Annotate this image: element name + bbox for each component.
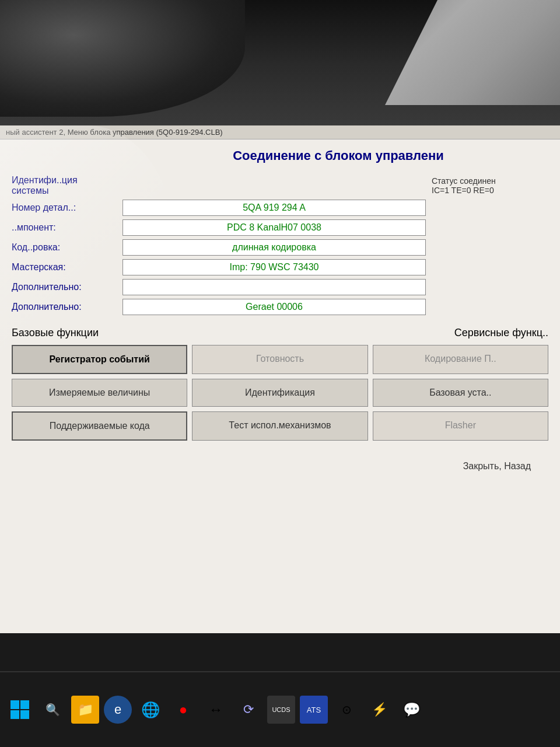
value-extra2: Geraet 00006 bbox=[123, 299, 426, 315]
spacer-comp bbox=[432, 219, 548, 236]
taskbar-net-icon[interactable]: ⊙ bbox=[332, 696, 360, 724]
taskbar-vpn-icon[interactable]: ↔ bbox=[202, 696, 230, 724]
basic-functions-title: Базовые функции bbox=[12, 327, 99, 339]
value-part-number: 5QA 919 294 A bbox=[123, 200, 426, 216]
spacer-ws bbox=[432, 259, 548, 275]
taskbar-chrome-icon[interactable]: 🌐 bbox=[136, 696, 164, 724]
taskbar-opera-icon[interactable]: ● bbox=[169, 696, 197, 724]
status-label: Статус соединен bbox=[432, 176, 548, 186]
label-part-number: Номер детал..: bbox=[12, 203, 117, 213]
taskbar-file-icon[interactable]: 📁 bbox=[71, 696, 99, 724]
service-functions-title: Сервисные функц.. bbox=[454, 327, 548, 339]
taskbar-ie-icon[interactable]: e bbox=[104, 696, 132, 724]
spacer-code bbox=[432, 239, 548, 256]
screen-content: Соединение с блоком управлени Идентифи..… bbox=[0, 139, 560, 631]
btn-readiness[interactable]: Готовность bbox=[192, 345, 368, 374]
btn-coding[interactable]: Кодирование П.. bbox=[373, 345, 548, 374]
main-heading: Соединение с блоком управлени bbox=[12, 148, 548, 163]
bottom-row: Закрыть, Назад bbox=[12, 458, 548, 474]
btn-actuator-test[interactable]: Тест испол.механизмов bbox=[192, 411, 368, 441]
spacer-ex2 bbox=[432, 299, 548, 315]
taskbar-search-icon[interactable]: 🔍 bbox=[38, 696, 66, 724]
btn-basic-setup[interactable]: Базовая уста.. bbox=[373, 379, 548, 407]
status-value: IC=1 TE=0 RE=0 bbox=[432, 186, 548, 195]
value-extra1 bbox=[123, 279, 426, 295]
status-title: Статус соединен IC=1 TE=0 RE=0 bbox=[432, 175, 548, 195]
functions-section: Базовые функции Сервисные функц.. Регист… bbox=[12, 327, 548, 441]
window-title: ный ассистент 2, Меню блока управления (… bbox=[6, 128, 223, 137]
car-interior-background bbox=[0, 0, 560, 128]
screen-container: ный ассистент 2, Меню блока управления (… bbox=[0, 125, 560, 633]
info-grid: Идентифи..ция системы Статус соединен IC… bbox=[12, 175, 548, 315]
label-extra1: Дополнительно: bbox=[12, 282, 117, 292]
value-component: PDC 8 KanalH07 0038 bbox=[123, 219, 426, 236]
window-title-bar: ный ассистент 2, Меню блока управления (… bbox=[0, 125, 560, 139]
taskbar-tool1-icon[interactable]: ⟳ bbox=[235, 696, 262, 724]
taskbar-ats-icon[interactable]: ATS bbox=[300, 696, 328, 724]
buttons-row1: Регистратор событий Готовность Кодирован… bbox=[12, 345, 548, 374]
label-coding: Код..ровка: bbox=[12, 242, 117, 253]
taskbar-windows-icon[interactable] bbox=[6, 696, 34, 724]
buttons-row2: Измеряемые величины Идентификация Базова… bbox=[12, 379, 548, 407]
close-back-button[interactable]: Закрыть, Назад bbox=[457, 458, 537, 474]
steering-wheel bbox=[0, 0, 245, 117]
btn-identification[interactable]: Идентификация bbox=[192, 379, 368, 407]
btn-flasher[interactable]: Flasher bbox=[373, 411, 548, 441]
btn-event-log[interactable]: Регистратор событий bbox=[12, 345, 187, 374]
svg-rect-3 bbox=[20, 710, 29, 719]
label-workshop: Мастерская: bbox=[12, 262, 117, 273]
car-top-right-trim bbox=[385, 0, 560, 105]
value-workshop: Imp: 790 WSC 73430 bbox=[123, 259, 426, 275]
btn-supported-codes[interactable]: Поддерживаемые кода bbox=[12, 411, 187, 441]
svg-rect-1 bbox=[20, 700, 29, 709]
taskbar-whatsapp-icon[interactable]: 💬 bbox=[398, 696, 426, 724]
svg-rect-0 bbox=[10, 700, 19, 709]
taskbar-power-icon[interactable]: ⚡ bbox=[365, 696, 393, 724]
spacer-ex1 bbox=[432, 279, 548, 295]
taskbar-ucds-icon[interactable]: UCDS bbox=[267, 696, 295, 724]
buttons-row3: Поддерживаемые кода Тест испол.механизмо… bbox=[12, 411, 548, 441]
svg-rect-2 bbox=[10, 710, 19, 719]
value-coding: длинная кодировка bbox=[123, 239, 426, 256]
btn-measurements[interactable]: Измеряемые величины bbox=[12, 379, 187, 407]
functions-header-row: Базовые функции Сервисные функц.. bbox=[12, 327, 548, 339]
label-extra2: Дополнительно: bbox=[12, 302, 117, 312]
label-component: ..мпонент: bbox=[12, 222, 117, 233]
taskbar: 🔍 📁 e 🌐 ● ↔ ⟳ UCDS ATS ⊙ ⚡ 💬 bbox=[0, 671, 560, 747]
spacer-id bbox=[123, 175, 426, 196]
label-identification: Идентифи..ция системы bbox=[12, 175, 117, 196]
spacer-part bbox=[432, 200, 548, 216]
